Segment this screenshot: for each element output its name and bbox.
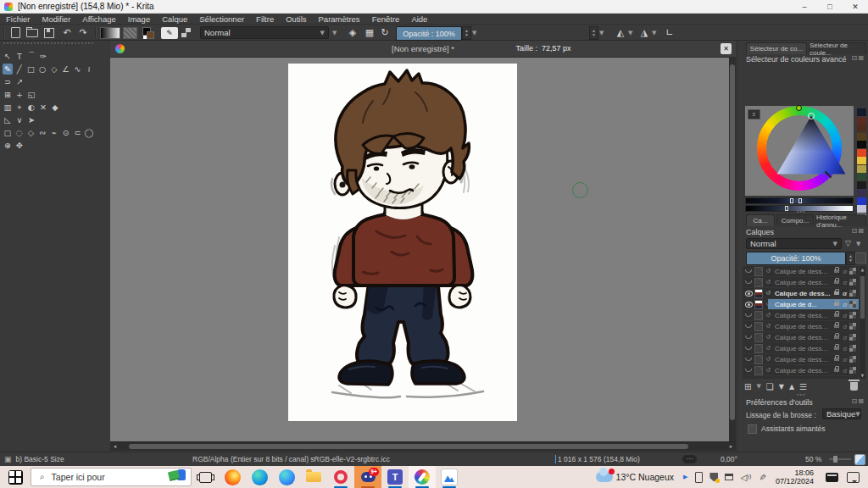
canvas-horizontal-scrollbar[interactable]: ◂ ▸ [110, 441, 736, 451]
layer-name[interactable]: Calque de dess... [772, 268, 831, 275]
alpha-lock-icon[interactable]: α [843, 356, 847, 363]
inherit-alpha-icon[interactable] [849, 367, 856, 374]
menu-modifier[interactable]: Modifier [36, 14, 77, 25]
history-swatch[interactable] [857, 117, 866, 125]
layer-properties-button[interactable]: ☰ [799, 382, 807, 391]
alpha-lock-icon[interactable]: α [843, 279, 847, 286]
history-swatch[interactable] [857, 141, 866, 148]
freehand-brush-tool-button[interactable]: ✎ [3, 64, 14, 75]
layers-docker-icons[interactable]: ⊡⊠ [852, 227, 865, 235]
firefox-button[interactable] [219, 466, 246, 488]
history-swatch[interactable] [857, 108, 866, 116]
canvas-page[interactable] [288, 64, 517, 421]
mirror-vertical-button[interactable]: ◮ [637, 26, 651, 39]
layer-visibility-toggle[interactable] [743, 369, 754, 372]
layer-name[interactable]: Calque de dess... [772, 323, 831, 330]
inherit-alpha-icon[interactable] [849, 356, 856, 363]
menu-image[interactable]: Image [122, 14, 156, 25]
tab-color-selector-2[interactable]: Sélecteur de coule... [809, 42, 866, 54]
freehand-path-tool-button[interactable]: ≀ [84, 64, 95, 75]
onion-skin-icon[interactable]: ↺ [765, 290, 772, 297]
krita-taskbar-button[interactable] [409, 466, 436, 488]
zoom-slider[interactable] [829, 452, 851, 466]
history-swatch[interactable] [857, 125, 866, 132]
menu-affichage[interactable]: Affichage [76, 14, 121, 25]
lock-icon[interactable] [834, 313, 839, 317]
speaker-icon[interactable]: ◁)) [740, 473, 751, 482]
usb-device-icon[interactable] [695, 472, 703, 483]
select-shapes-tool-button[interactable]: ↖ [3, 51, 14, 62]
lock-icon[interactable] [834, 369, 839, 372]
advanced-color-selector[interactable]: ≡ [745, 106, 854, 196]
add-layer-button[interactable]: ⊞ [744, 382, 751, 391]
lock-icon[interactable] [834, 269, 839, 273]
onion-skin-icon[interactable]: ↺ [765, 268, 772, 274]
layer-options-icon[interactable] [855, 252, 866, 263]
opacity-spinner[interactable]: ▲▼ [462, 26, 471, 40]
ellipse-tool-button[interactable]: ○ [37, 64, 48, 75]
brush-presets-button[interactable] [181, 26, 191, 39]
assistants-checkbox[interactable] [748, 424, 757, 434]
hscroll-thumb[interactable] [129, 444, 688, 449]
alpha-lock-icon[interactable]: α [843, 345, 847, 352]
layer-opacity-spinner[interactable]: ▲▼ [846, 252, 855, 265]
similar-select-tool-button[interactable]: ⌁ [49, 127, 60, 138]
onion-skin-icon[interactable]: ↺ [765, 345, 772, 352]
layer-thumbnail[interactable] [754, 344, 763, 353]
menu-filtre[interactable]: Filtre [250, 14, 280, 25]
layer-visibility-toggle[interactable] [743, 324, 754, 328]
move-layer-down-button[interactable]: ▼ [779, 383, 784, 391]
menu-outils[interactable]: Outils [280, 14, 312, 25]
polyline-tool-button[interactable]: ∠ [60, 64, 71, 75]
tab-color-selector[interactable]: Sélecteur de co... [746, 42, 807, 54]
fill-tool-button[interactable]: ◆ [50, 102, 61, 113]
toolbox-drag-handle[interactable] [3, 42, 93, 48]
pattern-chooser[interactable] [123, 26, 137, 39]
inherit-alpha-icon[interactable] [849, 312, 856, 319]
lock-icon[interactable] [834, 324, 839, 328]
redo-button[interactable]: ↷ [76, 26, 90, 39]
weather-icon[interactable] [596, 472, 613, 482]
history-swatch[interactable] [857, 149, 866, 157]
preserve-alpha-button[interactable]: ▦ [363, 26, 376, 39]
subwindow-titlebar[interactable]: [Non enregistré] * ✕ [110, 41, 736, 58]
minimize-button[interactable]: – [792, 0, 817, 14]
undo-button[interactable]: ↶ [60, 26, 74, 39]
color-sampler-tool-button[interactable]: ⌖ [14, 102, 25, 113]
lock-icon[interactable] [834, 347, 839, 350]
mirror-vertical-arrow[interactable]: ▼ [652, 26, 656, 39]
docker-float-close-icons[interactable]: ⊡⊠ [852, 54, 865, 62]
polygon-select-tool-button[interactable]: ◇ [25, 127, 36, 138]
scroll-right-icon[interactable]: ▸ [726, 442, 736, 451]
vanishing-point-tool-button[interactable]: ∨ [14, 114, 25, 125]
layer-row[interactable]: ↺Calque de dess...α [743, 321, 859, 332]
ellipse-select-tool-button[interactable]: ◌ [14, 127, 25, 138]
crop-tool-button[interactable]: ◱ [26, 89, 37, 100]
opacity-options-arrow[interactable]: ▼ [472, 26, 476, 39]
smart-patch-tool-button[interactable]: ◐ [26, 102, 37, 113]
onion-skin-icon[interactable]: ↺ [765, 301, 772, 308]
alpha-lock-icon[interactable]: α [843, 268, 847, 275]
mirror-horizontal-button[interactable]: ◭ [614, 26, 627, 39]
security-shield-icon[interactable] [709, 473, 718, 482]
pan-tool-button[interactable]: ✥ [14, 140, 25, 151]
layer-name[interactable]: Calque de dess... [772, 367, 831, 374]
photos-button[interactable] [436, 466, 463, 488]
layer-row[interactable]: ↺Calque de dess...α [743, 354, 859, 365]
layer-thumbnail[interactable] [754, 289, 763, 298]
layer-visibility-toggle[interactable] [743, 313, 754, 317]
layer-row[interactable]: ↺Calque de dess...α [743, 310, 859, 321]
scroll-left-icon[interactable]: ◂ [110, 442, 120, 451]
zoom-tool-button[interactable]: ⊕ [3, 140, 14, 151]
reload-preset-button[interactable]: ↻ [378, 26, 392, 39]
value-slider-1[interactable] [745, 197, 854, 204]
calligraphy-tool-button[interactable]: ✑ [38, 51, 49, 62]
menu-aide[interactable]: Aide [405, 14, 433, 25]
toolbar-overflow-arrow[interactable]: ▼ [332, 26, 337, 39]
layer-name[interactable]: Calque de dess... [772, 334, 831, 341]
brush-blending-mode-combo[interactable]: Normal▼ [200, 26, 329, 39]
layer-thumbnail[interactable] [754, 300, 763, 309]
onion-skin-icon[interactable]: ↺ [765, 312, 772, 319]
inherit-alpha-icon[interactable] [849, 323, 856, 330]
history-swatch[interactable] [857, 165, 866, 173]
